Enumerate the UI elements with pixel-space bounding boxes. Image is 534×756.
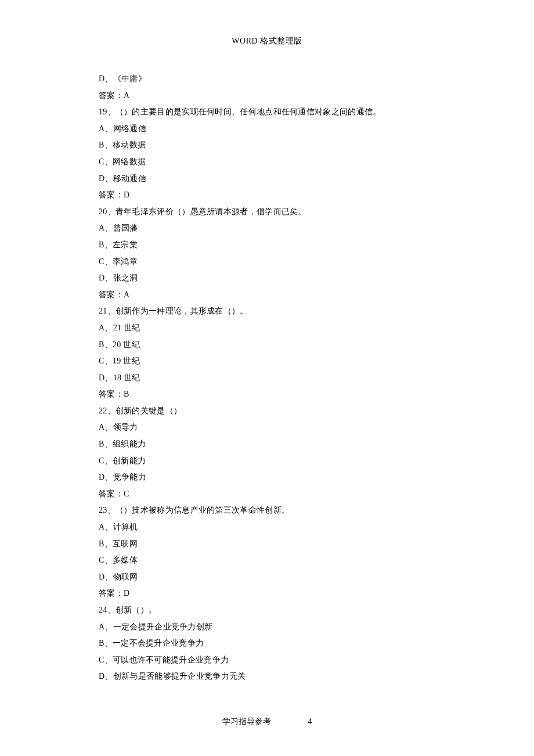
text-line: C、可以也许不可能提升企业竞争力 [99,652,464,669]
text-line: D、移动通信 [99,171,464,188]
text-line: A、21 世纪 [99,320,464,337]
text-line: 答案：D [99,585,464,602]
text-line: B、一定不会提升企业竞争力 [99,635,464,652]
text-line: D、竞争能力 [99,469,464,486]
text-line: D、张之洞 [99,270,464,287]
text-line: D、创新与是否能够提升企业竞争力无关 [99,668,464,685]
text-line: C、多媒体 [99,552,464,569]
text-line: 24、创新（）。 [99,602,464,619]
text-line: 答案：B [99,386,464,403]
text-line: A、网络通信 [99,121,464,138]
text-line: B、左宗棠 [99,237,464,254]
text-line: A、领导力 [99,419,464,436]
text-line: D、18 世纪 [99,370,464,387]
text-line: 22、创新的关键是（） [99,403,464,420]
document-body: D、《中庸》 答案：A 19、（）的主要目的是实现任何时间、任何地点和任何通信对… [0,46,534,685]
page-number: 4 [308,717,312,726]
text-line: D、《中庸》 [99,71,464,88]
footer-text: 学习指导参考 [222,717,271,726]
page-footer: 学习指导参考 4 [0,717,534,727]
text-line: 答案：A [99,88,464,105]
text-line: C、李鸿章 [99,254,464,271]
text-line: C、创新能力 [99,453,464,470]
text-line: B、组织能力 [99,436,464,453]
text-line: 答案：D [99,187,464,204]
text-line: D、物联网 [99,569,464,586]
text-line: 20、青年毛泽东评价（）愚意所谓本源者，倡学而已矣。 [99,204,464,221]
page-header: WORD 格式整理版 [0,0,534,46]
text-line: 答案：C [99,486,464,503]
text-line: A、曾国藩 [99,220,464,237]
text-line: 23、（）技术被称为信息产业的第三次革命性创新。 [99,502,464,519]
text-line: 答案：A [99,287,464,304]
text-line: 21、创新作为一种理论，其形成在（）。 [99,303,464,320]
text-line: A、一定会提升企业竞争力创新 [99,619,464,636]
text-line: A、计算机 [99,519,464,536]
text-line: B、互联网 [99,536,464,553]
text-line: C、网络数据 [99,154,464,171]
text-line: B、移动数据 [99,137,464,154]
text-line: B、20 世纪 [99,337,464,354]
text-line: C、19 世纪 [99,353,464,370]
text-line: 19、（）的主要目的是实现任何时间、任何地点和任何通信对象之间的通信。 [99,104,464,121]
